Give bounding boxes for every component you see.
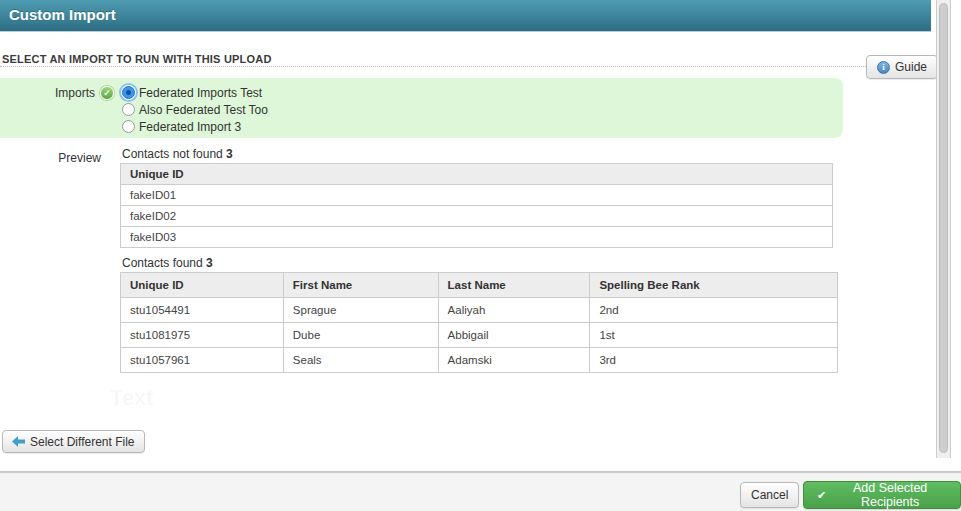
cancel-button[interactable]: Cancel [740, 482, 799, 508]
column-header: Last Name [438, 273, 590, 298]
table-cell: Dube [283, 323, 438, 348]
add-selected-recipients-button[interactable]: ✔ Add Selected Recipients [803, 481, 961, 509]
table-cell: 3rd [590, 348, 838, 373]
arrow-left-icon [12, 436, 25, 447]
table-row: fakeID01 [121, 185, 833, 206]
table-cell: fakeID02 [121, 206, 833, 227]
radio-unselected[interactable] [122, 103, 135, 116]
select-different-file-button[interactable]: Select Different File [2, 430, 145, 453]
dotted-divider [0, 66, 934, 67]
table-cell: Aaliyah [438, 298, 590, 323]
preview-field-label: Preview [0, 151, 101, 165]
table-cell: 2nd [590, 298, 838, 323]
info-icon: i [877, 61, 890, 74]
contacts-not-found-count: 3 [226, 147, 233, 161]
caption-text: Contacts found [122, 256, 203, 270]
scrollbar-track[interactable] [936, 0, 951, 458]
table-row: stu1057961SealsAdamski3rd [121, 348, 838, 373]
radio-selected[interactable] [122, 86, 135, 99]
contacts-not-found-caption: Contacts not found 3 [122, 147, 233, 161]
import-option[interactable]: Federated Import 3 [122, 118, 268, 135]
guide-button-label: Guide [895, 60, 927, 74]
column-header: Unique ID [121, 273, 284, 298]
table-cell: Adamski [438, 348, 590, 373]
import-option-label: Also Federated Test Too [139, 103, 268, 117]
check-icon: ✔ [817, 489, 826, 502]
contacts-not-found-table: Unique IDfakeID01fakeID02fakeID03 [120, 163, 833, 248]
imports-field-label: Imports [0, 86, 95, 100]
table-row: fakeID03 [121, 227, 833, 248]
watermark-text: Text [110, 385, 154, 411]
table-row: stu1081975DubeAbbigail1st [121, 323, 838, 348]
table-cell: Seals [283, 348, 438, 373]
column-header: First Name [283, 273, 438, 298]
import-option[interactable]: Also Federated Test Too [122, 101, 268, 118]
column-header: Spelling Bee Rank [590, 273, 838, 298]
caption-text: Contacts not found [122, 147, 223, 161]
table-row: fakeID02 [121, 206, 833, 227]
guide-button[interactable]: i Guide [866, 55, 938, 79]
check-circle-icon: ✓ [100, 86, 114, 100]
table-cell: fakeID03 [121, 227, 833, 248]
table-cell: stu1081975 [121, 323, 284, 348]
contacts-found-table: Unique IDFirst NameLast NameSpelling Bee… [120, 272, 838, 373]
page-title: Custom Import [9, 6, 116, 23]
table-cell: Sprague [283, 298, 438, 323]
table-cell: fakeID01 [121, 185, 833, 206]
contacts-found-caption: Contacts found 3 [122, 256, 213, 270]
select-different-file-label: Select Different File [30, 435, 135, 449]
table-cell: stu1057961 [121, 348, 284, 373]
section-heading: SELECT AN IMPORT TO RUN WITH THIS UPLOAD [2, 53, 272, 65]
modal-header: Custom Import [0, 0, 931, 32]
table-header-row: Unique IDFirst NameLast NameSpelling Bee… [121, 273, 838, 298]
table-cell: stu1054491 [121, 298, 284, 323]
import-option-label: Federated Imports Test [139, 86, 262, 100]
cancel-button-label: Cancel [751, 488, 788, 502]
scrollbar-thumb[interactable] [939, 3, 948, 453]
contacts-found-count: 3 [206, 256, 213, 270]
import-option-label: Federated Import 3 [139, 120, 241, 134]
custom-import-modal: Custom Import SELECT AN IMPORT TO RUN WI… [0, 0, 961, 511]
table-cell: Abbigail [438, 323, 590, 348]
radio-unselected[interactable] [122, 120, 135, 133]
table-cell: 1st [590, 323, 838, 348]
column-header: Unique ID [121, 164, 833, 185]
table-header-row: Unique ID [121, 164, 833, 185]
import-option[interactable]: Federated Imports Test [122, 84, 268, 101]
imports-radio-group: Federated Imports TestAlso Federated Tes… [122, 84, 268, 135]
table-row: stu1054491SpragueAaliyah2nd [121, 298, 838, 323]
add-selected-recipients-label: Add Selected Recipients [833, 481, 947, 509]
